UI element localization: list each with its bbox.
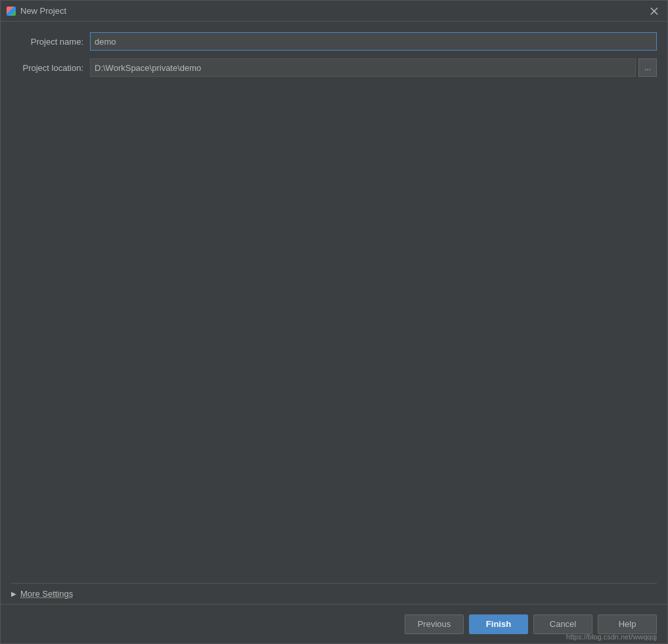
previous-button[interactable]: Previous — [405, 614, 464, 634]
project-location-row: Project location: ... — [11, 58, 657, 77]
project-location-input[interactable] — [90, 58, 636, 77]
new-project-dialog: New Project Project name: Project locati… — [0, 0, 668, 644]
app-icon — [6, 6, 16, 16]
project-name-label: Project name: — [11, 37, 90, 47]
project-name-input[interactable] — [90, 32, 657, 51]
help-button[interactable]: Help — [598, 614, 657, 634]
watermark-text: https://blog.csdn.net/wwqqqj — [566, 633, 657, 641]
project-name-row: Project name: — [11, 32, 657, 51]
finish-button[interactable]: Finish — [469, 614, 528, 634]
browse-button[interactable]: ... — [638, 58, 657, 77]
close-button[interactable] — [646, 3, 662, 19]
title-bar: New Project — [1, 1, 667, 22]
more-settings-arrow-icon: ▶ — [11, 590, 16, 597]
content-area: Project name: Project location: ... ▶ Mo… — [1, 22, 667, 604]
title-bar-left: New Project — [6, 6, 66, 16]
project-location-label: Project location: — [11, 63, 90, 73]
more-settings-label: More Settings — [20, 589, 73, 599]
content-spacer — [11, 85, 657, 583]
footer: Previous Finish Cancel Help https://blog… — [1, 604, 667, 643]
cancel-button[interactable]: Cancel — [533, 614, 592, 634]
more-settings-row[interactable]: ▶ More Settings — [11, 583, 657, 604]
window-title: New Project — [20, 6, 66, 16]
close-icon — [650, 7, 658, 15]
